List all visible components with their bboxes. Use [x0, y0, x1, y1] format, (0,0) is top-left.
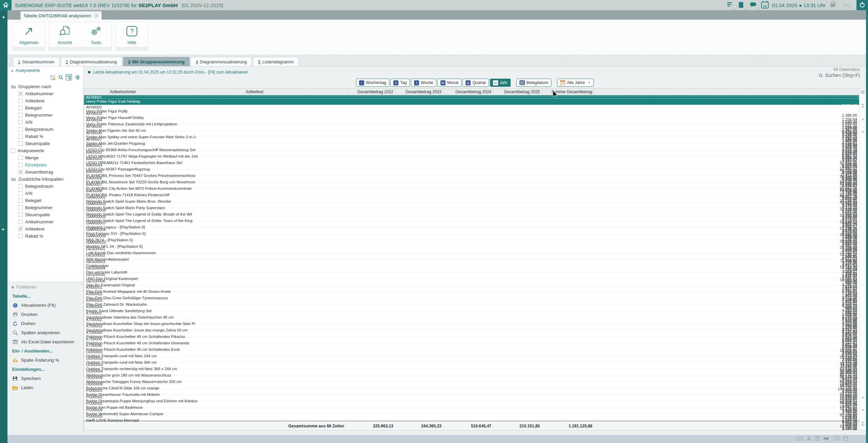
- table-row[interactable]: AF00007Spider-Man Jet-Quartier Flugzeug1…: [84, 137, 859, 144]
- table-row[interactable]: GAM00010Madden NFL 24 - [PlayStation 5]3…: [84, 240, 859, 247]
- tree-item[interactable]: Steuerspalte: [11, 211, 83, 218]
- table-row[interactable]: BA00004LEGO City 60367 Passagierflugzeug…: [84, 163, 859, 169]
- tree-item[interactable]: Belegnummer: [11, 112, 83, 119]
- table-row[interactable]: PU00003Barbie Ken Puppe mit Badehose1.41…: [84, 401, 859, 408]
- table-row[interactable]: GAM00003Nintendo Switch Spiel Mario Part…: [84, 202, 859, 208]
- logout-button[interactable]: [856, 0, 868, 10]
- messages-icon[interactable]: 0: [750, 2, 758, 8]
- funktionen-section-link[interactable]: Einstellungen...: [7, 365, 83, 374]
- table-row[interactable]: GES00006Skip-Bo Kartenspiel Original1.15…: [84, 279, 859, 285]
- checkbox[interactable]: ✓: [18, 92, 23, 96]
- column-header[interactable]: Gesamtbetrag 2024: [443, 88, 493, 95]
- checkbox[interactable]: [18, 134, 23, 139]
- table-row[interactable]: GES00003Codebreaker721,54729,931.091,416…: [84, 260, 859, 266]
- checkbox[interactable]: [18, 141, 23, 146]
- table-row[interactable]: OD00001Outdoor Trampolin rund mit Netz 2…: [84, 350, 859, 356]
- home-button[interactable]: [0, 0, 12, 10]
- checkbox[interactable]: ✓: [18, 227, 23, 231]
- tree-item[interactable]: Einzelpreis: [11, 161, 83, 168]
- column-header[interactable]: Artikeltext: [162, 88, 347, 95]
- scroll-up-icon[interactable]: ▲: [861, 130, 864, 133]
- table-scrollbar[interactable]: ▲ ▲ ▲ ▼ ▼ ▼: [859, 88, 866, 430]
- funktionen-item[interactable]: Drehen: [7, 319, 83, 328]
- tree-item[interactable]: Belegzeitraum: [11, 126, 83, 133]
- table-row[interactable]: OD00005Wellenrutsche Toboggan Funny Wass…: [84, 376, 859, 382]
- table-settings-gear-icon[interactable]: [861, 89, 865, 96]
- funktionen-item[interactable]: Spalte Änderung %: [7, 356, 83, 365]
- calendar-icon[interactable]: 14: [761, 2, 769, 8]
- checkbox[interactable]: [18, 184, 23, 188]
- tree-item[interactable]: Rabatt %: [11, 133, 83, 140]
- table-row[interactable]: GAM00005Nintendo Switch Spiel The Legend…: [84, 215, 859, 221]
- table-row[interactable]: BA00002LEGO NINJAGO 71797 Ninja-Flugsegl…: [84, 150, 859, 157]
- table-row[interactable]: GES00004Das verrückte Labyrinth2.131,922…: [84, 266, 859, 273]
- funktionen-item[interactable]: Drucken: [7, 310, 83, 319]
- checkbox[interactable]: [18, 191, 23, 196]
- tree-item[interactable]: ✓ Artikelnummer: [11, 90, 83, 97]
- table-row[interactable]: KT00001Squishmallows Valentina das Oster…: [84, 311, 859, 318]
- table-row[interactable]: OD00004Wellenrutsche grün 180 cm mit Was…: [84, 369, 859, 376]
- tree-item[interactable]: Rabatt %: [11, 233, 83, 240]
- scroll-bottom-icon[interactable]: ▼: [861, 421, 864, 425]
- tree-item[interactable]: ✓ Artikeltext: [11, 225, 83, 233]
- tree-group[interactable]: Zusätzliche Infospalten: [11, 176, 83, 183]
- checkbox[interactable]: [18, 163, 23, 167]
- checkbox[interactable]: [18, 198, 23, 203]
- refresh-status[interactable]: Letzte Aktualisierung am 01.04.2025 um 1…: [88, 70, 248, 75]
- table-row[interactable]: BA00007PLAYMOBIL City Action Set 6872 Po…: [84, 182, 859, 189]
- table-row[interactable]: BA00008PLAYMOBIL Pirates 71418 Kleines P…: [84, 189, 859, 195]
- table-row[interactable]: KT00002Squishmallows Kuscheltier Shep de…: [84, 318, 859, 324]
- table-row[interactable]: GAM00002Nintendo Switch Spiel Super Mari…: [84, 195, 859, 202]
- pivot-icon[interactable]: [50, 74, 56, 80]
- funktionen-item[interactable]: Laden: [7, 383, 83, 392]
- checkbox[interactable]: [18, 234, 23, 238]
- period-button-quartal[interactable]: Q Quartal: [462, 79, 489, 87]
- table-row[interactable]: AF00004Harry Potter Patronus Zauberstab …: [84, 118, 859, 124]
- funktionen-section-link[interactable]: Ein- / Ausblenden...: [7, 346, 83, 356]
- close-tab-icon[interactable]: x: [94, 13, 99, 18]
- tree-item[interactable]: Menge: [11, 154, 83, 161]
- search-icon[interactable]: [58, 74, 64, 80]
- group-view-icon[interactable]: [66, 74, 72, 80]
- flat-view-icon[interactable]: [74, 74, 80, 80]
- table-row[interactable]: KR00001Play-Doh Knetset Megapack mit 40 …: [84, 285, 859, 292]
- table-row[interactable]: OD00006Babyrutsche Climb'N Slide 105 cm …: [84, 382, 859, 388]
- table-row[interactable]: BA00001LEGO City 60368 Arktis-Forschungs…: [84, 144, 859, 150]
- table-row[interactable]: PU00001Barbie Dreamhouse Traumvilla mit …: [84, 388, 859, 395]
- table-row[interactable]: KT00006Pokémon Plüsch Kuscheltier 45 cm …: [84, 343, 859, 350]
- table-row[interactable]: AF00006Spider-Man Spidey und seine Super…: [84, 131, 859, 137]
- panel-expand-icon[interactable]: ►: [2, 227, 5, 231]
- checkbox[interactable]: [18, 205, 23, 210]
- checkbox[interactable]: [11, 148, 15, 153]
- table-row[interactable]: KT00004Pokémon Plüsch Kuscheltier 45 cm …: [84, 330, 859, 337]
- document-tab[interactable]: Tabelle DWTO26R048 analysieren x: [20, 11, 102, 20]
- table-row[interactable]: GES00001Lotti Karotti Das verdrehte Hase…: [84, 247, 859, 253]
- ribbon-button-hilfe[interactable]: ? Hilfe: [116, 22, 147, 47]
- scroll-pageup-icon[interactable]: ▲: [861, 118, 864, 121]
- funktionen-item[interactable]: Aktualisieren (F6): [7, 301, 83, 310]
- table-row[interactable]: AF00001Harry Potter Figur Eule Hedwig2.0…: [84, 95, 859, 105]
- tree-item[interactable]: Belegnummer: [11, 204, 83, 211]
- scroll-top-icon[interactable]: ▲: [861, 104, 864, 108]
- table-row[interactable]: AF00005Spider-Man Figuren 3er Set 30 cm2…: [84, 124, 859, 131]
- tree-item[interactable]: Belegzeitraum: [11, 183, 83, 190]
- tree-item[interactable]: ✓ Gesamtbetrag: [11, 168, 83, 176]
- scroll-down-icon[interactable]: ▼: [861, 396, 864, 399]
- ribbon-button-ansicht[interactable]: Ansicht: [49, 22, 80, 47]
- checkbox[interactable]: [18, 220, 23, 224]
- checkbox[interactable]: [18, 99, 23, 103]
- ribbon-button-allgemein[interactable]: Allgemein: [13, 22, 44, 47]
- checkbox[interactable]: [18, 120, 23, 124]
- view-tab-4[interactable]: 4 Diagrammvisualisierung: [191, 57, 252, 66]
- checkbox[interactable]: [18, 106, 23, 110]
- table-row[interactable]: PU00002Barbie Dreamtopia Puppe Meerjungf…: [84, 395, 859, 401]
- table-row[interactable]: GAM00008Final Fantasy XVI - [PlayStation…: [84, 227, 859, 234]
- period-button-wochentag[interactable]: ▪ Wochentag: [356, 79, 390, 87]
- table-row[interactable]: KR00003Play-Doh Zahnarzt Dr. Wackelzahn5…: [84, 298, 859, 305]
- tree-item[interactable]: Belegart: [11, 104, 83, 112]
- belegdatum-button[interactable]: Belegdatum: [516, 79, 551, 87]
- documents-icon[interactable]: 0: [738, 2, 746, 8]
- view-tab-5[interactable]: 5 Listendiagramm: [253, 57, 299, 66]
- funktionen-item[interactable]: Spalten analysieren: [7, 328, 83, 337]
- column-header[interactable]: Gesamtbetrag 2025: [493, 88, 542, 95]
